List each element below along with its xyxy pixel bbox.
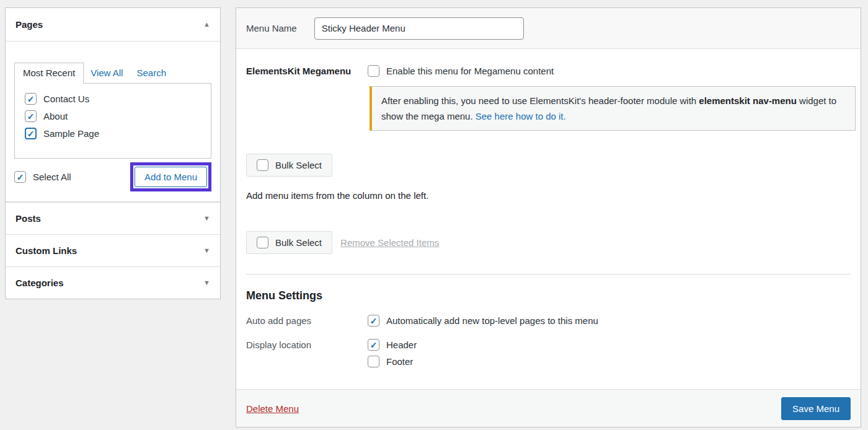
publishing-actions-bar: Delete Menu Save Menu — [236, 389, 861, 427]
add-to-menu-button[interactable]: Add to Menu — [135, 167, 207, 187]
location-footer-option[interactable]: Footer — [368, 356, 417, 367]
page-item-label: About — [43, 111, 68, 121]
display-location-row: Display location ✓ Header Footer — [246, 339, 851, 367]
empty-menu-message: Add menu items from the column on the le… — [246, 190, 851, 201]
checkbox-bulk-select-bottom[interactable] — [257, 237, 268, 248]
checkbox-select-all[interactable]: ✓ — [14, 171, 26, 183]
remove-selected-items-link[interactable]: Remove Selected Items — [340, 237, 439, 248]
accordion-header-custom-links[interactable]: Custom Links ▼ — [6, 234, 220, 266]
checkbox-bulk-select-top[interactable] — [257, 159, 268, 171]
bulk-select-button-top[interactable]: Bulk Select — [246, 154, 332, 177]
accordion-header-posts[interactable]: Posts ▼ — [6, 202, 220, 234]
tab-view-all[interactable]: View All — [84, 63, 130, 83]
display-location-options: ✓ Header Footer — [368, 339, 417, 367]
accordion-header-categories[interactable]: Categories ▼ — [6, 266, 220, 299]
menu-name-label: Menu Name — [246, 23, 297, 33]
pages-panel-body: Most Recent View All Search ✓ Contact Us… — [6, 42, 220, 202]
auto-add-pages-option-label: Automatically add new top-level pages to… — [386, 315, 598, 326]
pages-list-panel: ✓ Contact Us ✓ About ✓ Sample Page — [14, 83, 211, 159]
see-how-link[interactable]: See here how to do it. — [476, 111, 566, 121]
location-header-label: Header — [386, 340, 417, 350]
pages-tabs: Most Recent View All Search — [14, 63, 211, 83]
notice-text: After enabling this, you need to use Ele… — [381, 95, 699, 106]
collapse-up-icon[interactable]: ▲ — [203, 21, 210, 28]
display-location-label: Display location — [246, 339, 368, 367]
delete-menu-link[interactable]: Delete Menu — [246, 403, 299, 414]
menu-settings-title: Menu Settings — [246, 289, 851, 302]
checkbox-enable-megamenu[interactable] — [368, 65, 379, 77]
checkmark-icon: ✓ — [17, 172, 24, 181]
accordion-header-pages[interactable]: Pages ▲ — [6, 8, 220, 42]
checkmark-icon: ✓ — [27, 129, 35, 138]
location-footer-label: Footer — [386, 356, 413, 367]
megamenu-warning-notice: After enabling this, you need to use Ele… — [370, 86, 856, 131]
checkbox-location-footer[interactable] — [368, 356, 379, 367]
megamenu-row: ElementsKit Megamenu Enable this menu fo… — [246, 65, 851, 77]
bulk-actions-row: Bulk Select Remove Selected Items — [246, 231, 851, 254]
auto-add-pages-row: Auto add pages ✓ Automatically add new t… — [246, 315, 851, 327]
checkbox-about[interactable]: ✓ — [25, 110, 37, 122]
tab-search[interactable]: Search — [130, 63, 173, 83]
expand-down-icon[interactable]: ▼ — [203, 215, 210, 222]
page-item-sample-page[interactable]: ✓ Sample Page — [25, 128, 203, 139]
page-item-label: Sample Page — [43, 128, 99, 139]
page-item-label: Contact Us — [43, 94, 89, 104]
checkbox-location-header[interactable]: ✓ — [368, 339, 379, 351]
expand-down-icon[interactable]: ▼ — [203, 279, 210, 286]
checkmark-icon: ✓ — [27, 94, 35, 103]
menu-items-accordion: Pages ▲ Most Recent View All Search ✓ Co… — [5, 7, 221, 299]
expand-down-icon[interactable]: ▼ — [203, 247, 210, 254]
highlight-annotation: Add to Menu — [130, 162, 211, 191]
menu-editor-panel: Menu Name ElementsKit Megamenu Enable th… — [236, 7, 861, 428]
page-item-contact-us[interactable]: ✓ Contact Us — [25, 93, 203, 105]
megamenu-enable-label: Enable this menu for Megamenu content — [386, 66, 554, 76]
save-menu-button[interactable]: Save Menu — [781, 397, 851, 420]
megamenu-enable[interactable]: Enable this menu for Megamenu content — [368, 65, 554, 77]
auto-add-pages-option[interactable]: ✓ Automatically add new top-level pages … — [368, 315, 598, 327]
megamenu-label: ElementsKit Megamenu — [246, 66, 368, 76]
location-header-option[interactable]: ✓ Header — [368, 339, 417, 351]
checkmark-icon: ✓ — [370, 340, 378, 349]
bulk-select-button-bottom[interactable]: Bulk Select — [246, 231, 332, 254]
section-divider — [246, 274, 851, 274]
categories-panel-title: Categories — [16, 278, 64, 288]
notice-bold-text: elementskit nav-menu — [699, 95, 797, 106]
page-item-about[interactable]: ✓ About — [25, 110, 203, 122]
tab-most-recent[interactable]: Most Recent — [14, 63, 84, 84]
bulk-select-label: Bulk Select — [275, 237, 322, 248]
pages-button-controls: ✓ Select All Add to Menu — [14, 162, 211, 191]
checkbox-sample-page[interactable]: ✓ — [25, 128, 37, 139]
checkbox-contact-us[interactable]: ✓ — [25, 93, 37, 105]
select-all-label: Select All — [33, 172, 71, 182]
select-all[interactable]: ✓ Select All — [14, 171, 71, 183]
menu-name-input[interactable] — [314, 17, 524, 40]
custom-links-panel-title: Custom Links — [16, 245, 77, 256]
menu-editor-body: ElementsKit Megamenu Enable this menu fo… — [236, 49, 861, 389]
menu-name-row: Menu Name — [236, 8, 861, 49]
auto-add-pages-label: Auto add pages — [246, 315, 368, 327]
bulk-select-label: Bulk Select — [275, 160, 322, 170]
checkmark-icon: ✓ — [27, 112, 35, 120]
checkmark-icon: ✓ — [370, 316, 378, 325]
posts-panel-title: Posts — [16, 213, 41, 224]
checkbox-auto-add-pages[interactable]: ✓ — [368, 315, 379, 327]
pages-panel-title: Pages — [16, 19, 43, 30]
